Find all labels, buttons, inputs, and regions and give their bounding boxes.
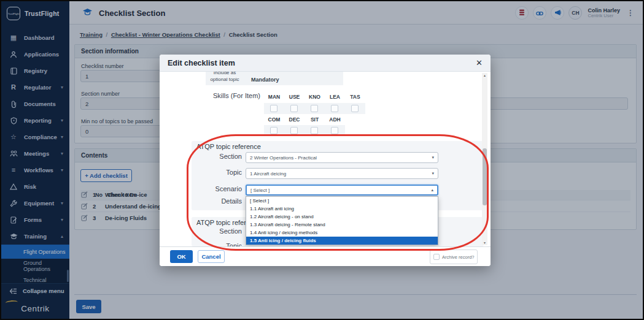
skill-header: SIT <box>305 116 325 123</box>
skill-checkbox-sit[interactable] <box>311 127 318 134</box>
modal-body: Include as optional topic Mandatory Skil… <box>160 72 491 246</box>
dropdown-option-highlighted[interactable]: 1.5 Anti icing / deicing fluids <box>246 237 438 245</box>
skill-checkbox-tas[interactable] <box>351 105 359 112</box>
skill-checkbox-dec[interactable] <box>290 127 298 134</box>
dropdown-option[interactable]: 1.1 Aircraft anti icing <box>246 205 438 213</box>
skill-header: LEA <box>325 94 345 100</box>
dropdown-option[interactable]: [ Select ] <box>246 197 438 205</box>
chevron-down-icon: ▾ <box>432 171 434 176</box>
skill-checkbox-kno[interactable] <box>311 105 318 112</box>
skills-checkbox-row <box>264 103 365 114</box>
chevron-down-icon: ▾ <box>432 155 434 160</box>
archive-checkbox[interactable] <box>433 254 440 260</box>
modal-header: Edit checklist item ✕ <box>160 55 491 72</box>
skill-checkbox-use[interactable] <box>290 105 298 112</box>
skill-checkbox-lea[interactable] <box>331 105 338 112</box>
skill-header: DEC <box>284 116 305 123</box>
include-as-value: Mandatory <box>251 77 279 83</box>
skill-checkbox-man[interactable] <box>270 105 277 112</box>
close-icon[interactable]: ✕ <box>476 58 483 67</box>
section-select[interactable]: 2 Winter Operations - Practical ▾ <box>246 152 438 163</box>
archive-label: Archive record? <box>442 254 475 260</box>
scenario-dropdown-list: [ Select ] 1.1 Aircraft anti icing 1.2 A… <box>246 196 438 245</box>
include-as-label: Include as optional topic <box>206 72 244 83</box>
app-window: TrustFlight TrustFlight ▦ Dashboard Appl… <box>0 0 644 320</box>
skill-header: ADH <box>325 116 345 123</box>
scroll-up-arrow-icon[interactable]: ▲ <box>482 74 487 77</box>
skill-header: TAS <box>345 94 365 100</box>
modal-footer: OK Cancel Archive record? <box>160 246 491 266</box>
topic-label: Topic <box>192 242 242 246</box>
skill-header: COM <box>264 116 284 123</box>
ok-button[interactable]: OK <box>170 250 193 263</box>
details-label: Details <box>192 197 242 205</box>
dropdown-option[interactable]: 1.4 Anti icing / deicing methods <box>246 229 438 237</box>
section-label: Section <box>192 153 242 160</box>
include-as-row: Include as optional topic Mandatory <box>206 72 343 85</box>
cancel-button[interactable]: Cancel <box>198 250 225 263</box>
dropdown-option[interactable]: 1.2 Aircraft deicing - on stand <box>246 213 438 221</box>
skill-header: USE <box>284 94 305 100</box>
skill-checkbox-adh[interactable] <box>331 127 338 134</box>
skills-label: Skills (For Item) <box>184 92 260 99</box>
topic-label: Topic <box>192 169 242 176</box>
skill-header: MAN <box>264 94 284 100</box>
scenario-select[interactable]: [ Select ] ▴ <box>246 185 438 196</box>
scroll-down-arrow-icon[interactable]: ▼ <box>482 241 487 245</box>
modal-title: Edit checklist item <box>168 59 476 67</box>
atqp-heading: ATQP topic reference <box>196 143 261 150</box>
section-label: Section <box>192 227 242 235</box>
skills-checkbox-row <box>264 125 345 136</box>
skill-header: KNO <box>305 94 325 100</box>
skill-checkbox-com[interactable] <box>270 127 277 134</box>
scenario-label: Scenario <box>192 185 242 192</box>
chevron-up-icon: ▴ <box>431 188 433 192</box>
scrollbar-thumb[interactable] <box>483 148 487 205</box>
archive-record-control: Archive record? <box>430 250 478 264</box>
dropdown-option[interactable]: 1.3 Aircraft deicing - Remote stand <box>246 221 438 229</box>
modal-scrollbar[interactable]: ▲ ▼ <box>482 73 487 245</box>
topic-select[interactable]: 1 Aircraft deicing ▾ <box>246 168 438 179</box>
edit-checklist-item-modal: Edit checklist item ✕ Include as optiona… <box>160 55 491 266</box>
